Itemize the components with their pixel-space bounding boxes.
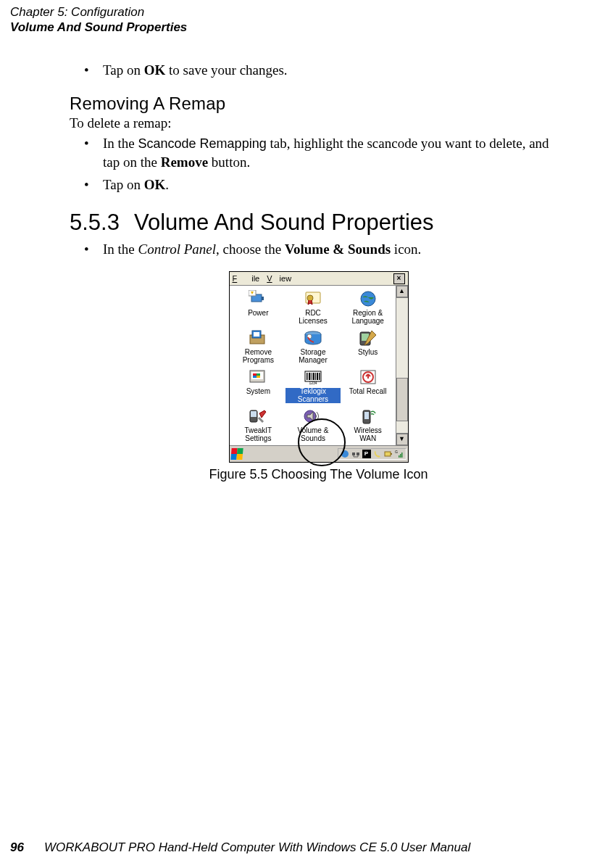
section-heading: 5.5.3Volume And Sound Properties (70, 210, 567, 236)
tray-p-badge: P (362, 450, 371, 458)
svg-rect-31 (251, 411, 257, 417)
tweakit-icon (246, 406, 270, 426)
svg-rect-26 (319, 373, 320, 380)
svg-rect-38 (385, 452, 391, 456)
barcode-icon: 1234 (301, 367, 325, 387)
svg-text:1234: 1234 (309, 381, 317, 385)
svg-rect-34 (364, 412, 369, 419)
remove-programs-icon (246, 328, 270, 348)
total-recall-icon (357, 367, 380, 387)
svg-rect-21 (309, 373, 311, 380)
cpl-power[interactable]: Power (231, 289, 286, 326)
control-panel-screenshot: File View × Power (229, 271, 409, 463)
svg-rect-42 (400, 454, 401, 458)
cpl-volume-sounds[interactable]: Volume & Sounds (285, 406, 341, 444)
cpl-region-language[interactable]: Region & Language (341, 289, 396, 326)
tray-globe-icon (341, 450, 349, 458)
bullet-remove: In the Scancode Remapping tab, highlight… (70, 134, 567, 171)
scroll-track[interactable] (396, 297, 408, 434)
section-number: 5.5.3 (70, 210, 120, 236)
power-icon (246, 289, 270, 309)
svg-rect-22 (312, 373, 312, 380)
system-icon (246, 367, 270, 387)
footer-text: WORKABOUT PRO Hand-Held Computer With Wi… (44, 840, 470, 854)
cpl-tweakit-settings[interactable]: TweakIT Settings (231, 406, 286, 444)
svg-rect-18 (257, 376, 260, 378)
svg-rect-23 (313, 373, 314, 380)
scroll-up[interactable]: ▲ (396, 286, 408, 297)
cpl-total-recall[interactable]: Total Recall (341, 367, 396, 405)
taskbar[interactable]: P G (230, 445, 408, 462)
cpl-wireless-wan[interactable]: Wireless WAN (341, 406, 396, 444)
figure-wrap: File View × Power (70, 271, 567, 482)
cpl-storage-manager[interactable]: Storage Manager (285, 328, 341, 365)
scrollbar[interactable]: ▲ ▼ (396, 286, 408, 445)
svg-rect-25 (317, 373, 318, 380)
bullet-tap-ok: Tap on OK. (70, 175, 567, 194)
sub-intro: To delete a remap: (70, 115, 567, 131)
tray-battery-icon (384, 450, 393, 458)
scroll-thumb[interactable] (396, 378, 408, 421)
cpl-rdc-licenses[interactable]: RDC Licenses (285, 289, 341, 326)
svg-rect-36 (352, 452, 355, 455)
svg-point-4 (307, 295, 313, 301)
svg-rect-16 (257, 373, 260, 376)
svg-text:G: G (395, 450, 398, 454)
svg-rect-20 (307, 373, 308, 380)
cpl-system[interactable]: System (231, 367, 286, 405)
svg-rect-39 (391, 453, 392, 455)
svg-point-5 (361, 292, 375, 306)
cpl-remove-programs[interactable]: Remove Programs (231, 328, 286, 365)
svg-rect-15 (253, 373, 257, 376)
icon-grid: Power RDC Licenses Regio (230, 286, 396, 445)
system-tray[interactable]: P G (338, 448, 407, 460)
tray-network-icon (351, 450, 360, 458)
speaker-icon (301, 406, 325, 426)
menubar[interactable]: File View × (230, 272, 408, 286)
tray-phone-icon (373, 450, 382, 458)
globe-icon (357, 289, 380, 309)
cpl-stylus[interactable]: Stylus (341, 328, 396, 365)
close-button[interactable]: × (393, 273, 405, 284)
svg-rect-43 (401, 452, 403, 458)
storage-icon (301, 328, 325, 348)
bullet-save-changes: Tap on OK to save your changes. (70, 61, 567, 79)
wireless-wan-icon (357, 406, 380, 426)
cpl-teklogix-scanners[interactable]: 1234 Teklogix Scanners (285, 367, 341, 405)
menu-file[interactable]: File (233, 274, 260, 283)
bullet-control-panel: In the Control Panel, choose the Volume … (70, 240, 567, 258)
stylus-icon (357, 328, 380, 348)
license-icon (301, 289, 325, 309)
svg-rect-1 (262, 297, 264, 300)
svg-rect-8 (254, 332, 259, 336)
start-button[interactable] (230, 448, 243, 460)
svg-point-35 (341, 450, 349, 458)
footer: 96WORKABOUT PRO Hand-Held Computer With … (10, 840, 470, 855)
header-chapter: Chapter 5: Configuration (10, 4, 187, 20)
header-section: Volume And Sound Properties (10, 20, 187, 35)
tray-signal-icon: G (395, 450, 404, 458)
body-content: Tap on OK to save your changes. Removing… (70, 58, 567, 482)
running-header: Chapter 5: Configuration Volume And Soun… (10, 4, 187, 36)
svg-rect-37 (357, 452, 359, 455)
svg-rect-17 (253, 376, 257, 378)
subheading-removing-remap: Removing A Remap (70, 94, 567, 114)
figure-caption: Figure 5.5 Choosing The Volume Icon (70, 467, 567, 482)
svg-rect-41 (399, 455, 400, 458)
scroll-down[interactable]: ▼ (396, 434, 408, 445)
menu-view[interactable]: View (267, 274, 291, 283)
svg-rect-24 (315, 373, 316, 380)
section-title: Volume And Sound Properties (134, 210, 434, 235)
page-number: 96 (10, 840, 24, 854)
